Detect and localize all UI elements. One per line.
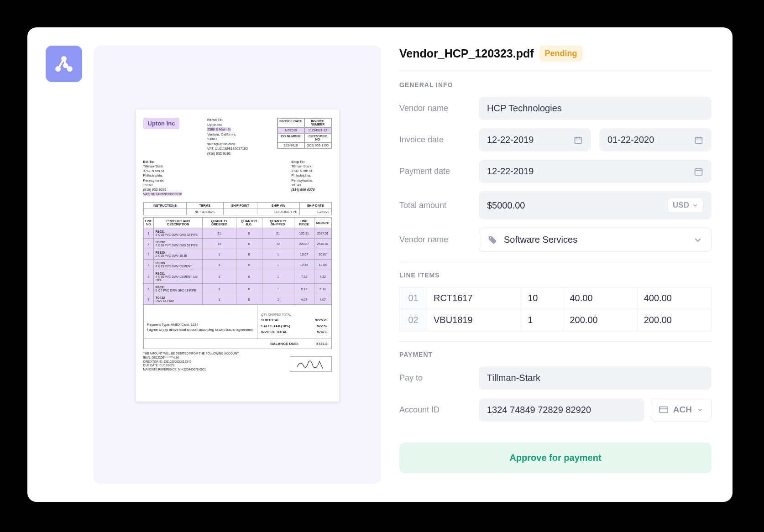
calendar-icon[interactable] — [574, 135, 583, 145]
doc-payment-block: Payment Type: AMEX Card: 1234 I agree to… — [147, 313, 254, 332]
doc-invtotal: 5747.8 — [317, 330, 328, 334]
chevron-down-icon — [693, 235, 703, 245]
doc-meta-po: 32349810 — [277, 142, 304, 148]
vendor-name-field[interactable] — [479, 97, 712, 120]
vendor-name-input[interactable] — [487, 103, 703, 114]
doc-mandate: THE AMOUNT WILL BE DEBITED FROM THE FOLL… — [143, 352, 240, 372]
doc-subtotal-label: SUBTOTAL — [261, 318, 279, 322]
doc-agree: I agree to pay above total amount accord… — [147, 328, 253, 332]
doc-terms-table: INSTRUCTIONS TERMS SHIP POINT SHIP VIA S… — [143, 202, 332, 215]
divider — [399, 262, 712, 262]
tag-icon — [487, 235, 497, 245]
doc-bill-state: Pennsylvania, — [143, 178, 165, 183]
doc-ih-qbo: QUANTITY B.O. — [236, 218, 262, 228]
payment-date-input[interactable] — [487, 166, 694, 177]
doc-balance: 5747.8 — [316, 342, 327, 346]
total-amount-input[interactable] — [487, 200, 668, 211]
label-account-id: Account ID — [399, 405, 472, 415]
doc-ship-state: Pennsylvania, — [291, 178, 313, 183]
line-sku: RCT1617 — [427, 287, 521, 309]
doc-td-shipdate: 12/23/20 — [299, 209, 331, 215]
line-items-table: 01 RCT1617 10 40.00 400.0002 VBU1819 1 2… — [399, 287, 712, 331]
doc-item-row: 4 R93694 X 13 PVC DWV CEMENT 10112.4512.… — [143, 260, 331, 270]
doc-td-shipvia: CUSTOMER PU — [257, 209, 299, 215]
line-qty: 10 — [521, 287, 563, 309]
line-price: 200.00 — [563, 309, 637, 331]
line-qty: 1 — [521, 309, 563, 331]
doc-meta-table: INVOICE DATEINVOICE NUMBER 1/2/201911234… — [277, 118, 332, 149]
category-select[interactable]: Software Services — [479, 228, 712, 252]
doc-remit-addr1: 2386 E Main St — [207, 127, 230, 131]
doc-td-terms: NET 40 DAYS — [186, 209, 223, 215]
app-window: Upton inc Remit To: Upton Inc 2386 E Mai… — [27, 27, 733, 502]
payment-method-value: ACH — [673, 405, 692, 415]
invoice-date-input[interactable] — [487, 135, 574, 145]
doc-ship-phone: (314) 966-6370 — [291, 188, 314, 192]
currency-select[interactable]: USD — [668, 198, 703, 213]
app-logo — [46, 46, 82, 82]
doc-th-instructions: INSTRUCTIONS — [143, 203, 186, 209]
doc-remit-email: sales@upton.com — [207, 142, 277, 147]
line-sku: VBU1819 — [427, 309, 521, 331]
pay-to-field[interactable] — [479, 366, 712, 390]
doc-invtotal-label: INVOICE TOTAL — [261, 330, 287, 334]
doc-ih-amt: AMOUNT — [314, 218, 331, 228]
file-title: Vendor_HCP_120323.pdf — [399, 47, 534, 60]
document-sheet: Upton inc Remit To: Upton Inc 2386 E Mai… — [136, 110, 339, 402]
doc-tax: 522.52 — [317, 324, 328, 328]
doc-tax-label: SALES TAX (10%) — [261, 324, 290, 328]
calendar-icon[interactable] — [694, 167, 703, 177]
doc-bill-addr1: 3741 N 5th St — [143, 169, 164, 173]
total-amount-field[interactable]: USD — [479, 191, 712, 219]
doc-th-shippoint: SHIP POINT — [223, 203, 257, 209]
doc-remit-vat: VAT: UL011898182617192 — [207, 146, 277, 151]
payment-date-field[interactable] — [479, 160, 712, 183]
doc-item-row: 2 R80522 X 10 PVC DWV GHD 53 PIPE 120122… — [143, 239, 331, 249]
doc-ih-line: LINE NO — [143, 218, 154, 228]
doc-meta-h3: P.O NUMBER — [277, 133, 304, 142]
account-id-field[interactable] — [479, 398, 644, 422]
line-total: 400.00 — [637, 287, 711, 309]
doc-bill-name: Tillman-Stark — [143, 164, 163, 168]
doc-mandate-1: THE AMOUNT WILL BE DEBITED FROM THE FOLL… — [143, 352, 240, 355]
svg-rect-5 — [696, 137, 702, 143]
doc-ih-prod: PRODUCT AND DESCRIPTION — [154, 218, 203, 228]
network-icon — [54, 54, 74, 74]
doc-bill-phone: (916) 933-9293 — [143, 188, 167, 192]
section-general-info: GENERAL INFO — [399, 81, 712, 89]
label-total-amount: Total amount — [399, 201, 472, 210]
payment-method-select[interactable]: ACH — [651, 398, 712, 422]
doc-meta-h4: CUSTOMER NO — [304, 133, 331, 142]
doc-item-row: 5 R80314 X 10 PVC DWV CEMENT SSI PIPE 10… — [143, 270, 331, 284]
doc-mandate-3: CREDITOR ID: DE10200000012345 — [143, 360, 191, 363]
line-item-row[interactable]: 02 VBU1819 1 200.00 200.00 — [400, 309, 712, 331]
pay-to-input[interactable] — [487, 373, 703, 383]
doc-ih-qs: QUANTITY SHIPPED — [262, 218, 294, 228]
label-vendor-name: Vendor name — [399, 104, 472, 113]
line-item-row[interactable]: 01 RCT1617 10 40.00 400.00 — [400, 287, 712, 309]
invoice-date-field[interactable] — [479, 128, 591, 151]
approve-button[interactable]: Approve for payment — [399, 443, 712, 473]
due-date-field[interactable] — [599, 128, 712, 151]
svg-rect-7 — [659, 407, 668, 413]
label-pay-to: Pay to — [399, 373, 472, 383]
doc-ship-city: Philadelphia, — [291, 173, 311, 177]
doc-shipto-heading: Ship To: — [291, 160, 304, 164]
doc-meta-h2: INVOICE NUMBER — [304, 118, 331, 127]
account-id-input[interactable] — [487, 405, 636, 415]
doc-item-row: 6 R80311 X 7 PVC DWV GHD 18 PIPE 1015.12… — [143, 284, 331, 294]
section-line-items: LINE ITEMS — [399, 271, 712, 279]
signature-box — [290, 356, 332, 372]
doc-remit-heading: Remit To: — [207, 118, 277, 123]
form-pane: Vendor_HCP_120323.pdf Pending GENERAL IN… — [381, 27, 733, 502]
doc-item-row: 1 R80314 X 10 PVC DWV GHD 32 PIPE 210211… — [143, 228, 331, 239]
category-value: Software Services — [504, 235, 686, 245]
doc-bill-city: Philadelphia, — [143, 173, 163, 177]
line-total: 200.00 — [637, 309, 711, 331]
document-preview-pane: Upton inc Remit To: Upton Inc 2386 E Mai… — [94, 46, 381, 484]
due-date-input[interactable] — [607, 135, 694, 145]
status-badge: Pending — [539, 46, 583, 62]
doc-th-shipdate: SHIP DATE — [299, 203, 331, 209]
calendar-icon[interactable] — [694, 135, 703, 145]
label-payment-date: Payment date — [399, 167, 472, 176]
